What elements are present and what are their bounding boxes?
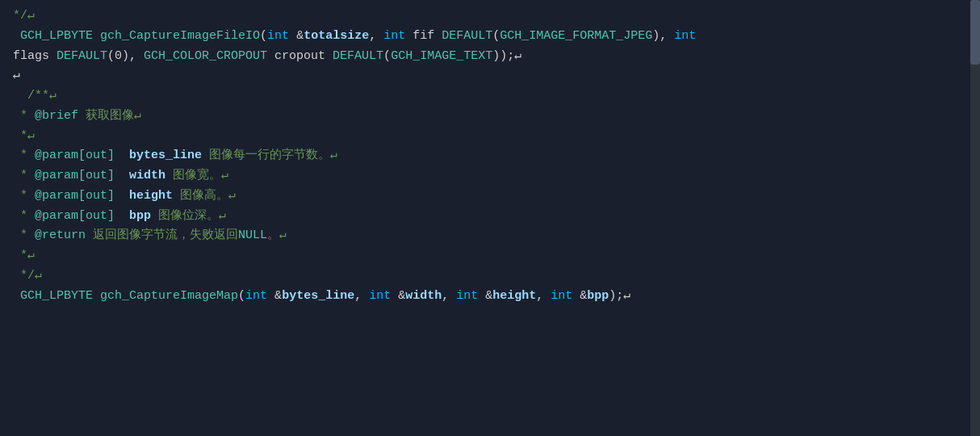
comment-token: *↵ bbox=[13, 249, 35, 262]
param-name-token: bpp bbox=[129, 209, 151, 223]
macro-token: GCH_IMAGE_FORMAT_JPEG bbox=[500, 29, 652, 43]
type-token: GCH_COLOR_CROPOUT bbox=[144, 49, 267, 63]
param-token: bpp bbox=[587, 289, 609, 303]
keyword-token: int bbox=[245, 289, 267, 303]
code-line: GCH_LPBYTE gch_CaptureImageFileIO(int &t… bbox=[13, 27, 967, 47]
code-line: */↵ bbox=[13, 6, 967, 27]
param-tag-token: @return bbox=[35, 228, 86, 242]
code-line: *↵ bbox=[13, 246, 967, 266]
keyword-token: int bbox=[369, 289, 391, 303]
scrollbar[interactable] bbox=[970, 0, 980, 436]
comment-token: *↵ bbox=[13, 129, 35, 143]
comment-token: 图像宽。↵ bbox=[165, 169, 228, 182]
param-token: width bbox=[405, 289, 442, 303]
param-tag-token: @param[out] bbox=[35, 169, 115, 182]
comment-token: */↵ bbox=[13, 9, 35, 23]
keyword-token: int bbox=[456, 289, 478, 303]
type-token: GCH_LPBYTE bbox=[20, 29, 100, 43]
code-line: * @param[out] bytes_line 图像每一行的字节数。↵ bbox=[13, 146, 967, 166]
comment-token: * bbox=[13, 109, 35, 123]
code-content: */↵ GCH_LPBYTE gch_CaptureImageFileIO(in… bbox=[13, 6, 967, 306]
func-token: gch_CaptureImageFileIO bbox=[100, 29, 260, 43]
comment-token: * bbox=[13, 228, 35, 242]
code-line: flags DEFAULT(0), GCH_COLOR_CROPOUT crop… bbox=[13, 47, 967, 67]
code-line: GCH_LPBYTE gch_CaptureImageMap(int &byte… bbox=[13, 287, 967, 307]
scrollbar-thumb[interactable] bbox=[970, 0, 980, 65]
code-line: * @return 返回图像字节流，失败返回NULL。↵ bbox=[13, 226, 967, 246]
type-token: GCH_LPBYTE bbox=[20, 289, 100, 303]
comment-token: /**↵ bbox=[13, 89, 57, 103]
macro-token: GCH_IMAGE_TEXT bbox=[391, 49, 492, 63]
at-token: @brief bbox=[35, 109, 78, 123]
comment-token: * bbox=[13, 209, 35, 223]
param-tag-token: @param[out] bbox=[35, 189, 115, 203]
param-token: totalsize bbox=[304, 29, 369, 43]
comment-token: * bbox=[13, 149, 35, 162]
comment-token: 获取图像↵ bbox=[78, 109, 141, 123]
default-token: DEFAULT bbox=[442, 29, 492, 43]
keyword-token: int bbox=[383, 29, 405, 43]
param-name-token: bytes_line bbox=[129, 149, 202, 162]
param-tag-token: @param[out] bbox=[35, 149, 115, 162]
comment-token: 图像每一行的字节数。↵ bbox=[202, 149, 337, 162]
param-token: bytes_line bbox=[282, 289, 354, 303]
param-token: height bbox=[492, 289, 536, 303]
comment-token: 。↵ bbox=[267, 228, 287, 242]
code-line: /**↵ bbox=[13, 86, 967, 107]
code-line: * @param[out] bpp 图像位深。↵ bbox=[13, 207, 967, 227]
comment-token: 图像高。↵ bbox=[173, 189, 236, 203]
default-token: DEFAULT bbox=[57, 49, 107, 63]
code-line: * @param[out] height 图像高。↵ bbox=[13, 187, 967, 207]
code-line: ↵ bbox=[13, 66, 967, 86]
param-tag-token: @param[out] bbox=[35, 209, 115, 223]
code-line: */↵ bbox=[13, 266, 967, 287]
code-line: *↵ bbox=[13, 127, 967, 147]
keyword-token: int bbox=[267, 29, 289, 43]
code-line: * @brief 获取图像↵ bbox=[13, 107, 967, 127]
param-name-token: height bbox=[129, 189, 173, 203]
keyword-token: int bbox=[551, 289, 572, 303]
func-token: gch_CaptureImageMap bbox=[100, 289, 238, 303]
comment-token: * bbox=[13, 189, 35, 203]
default-token: DEFAULT bbox=[333, 49, 383, 63]
code-editor: */↵ GCH_LPBYTE gch_CaptureImageFileIO(in… bbox=[0, 0, 980, 436]
comment-token: */↵ bbox=[13, 269, 42, 283]
comment-token: 返回图像字节流，失败返回 bbox=[86, 228, 238, 242]
null-token: NULL bbox=[238, 228, 267, 242]
keyword-token: int bbox=[674, 29, 696, 43]
param-name-token: width bbox=[129, 169, 165, 182]
comment-token: * bbox=[13, 169, 35, 182]
comment-token: 图像位深。↵ bbox=[151, 209, 226, 223]
code-line: * @param[out] width 图像宽。↵ bbox=[13, 166, 967, 187]
